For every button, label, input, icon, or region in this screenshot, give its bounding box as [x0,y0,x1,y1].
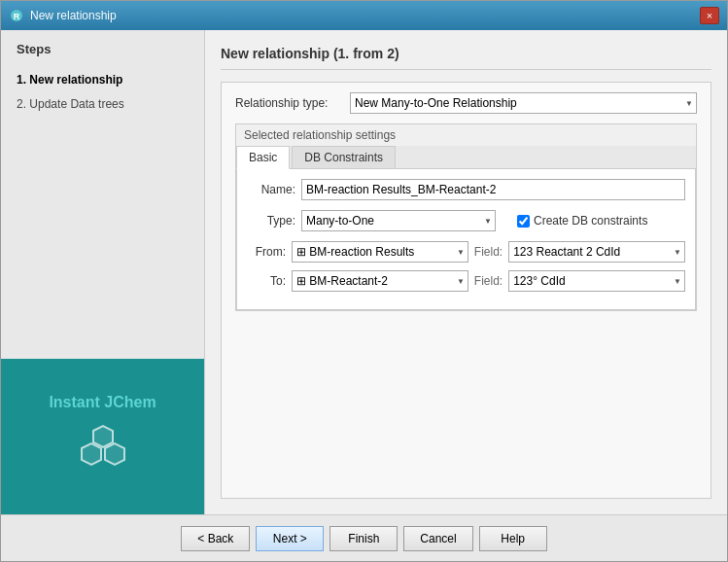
form-section: Relationship type: New Many-to-One Relat… [221,82,711,499]
step-item-1: 1. New relationship [9,68,196,92]
main-title: New relationship (1. from 2) [221,46,711,70]
brand-text: Instant JChem [49,394,156,411]
svg-text:R: R [14,12,20,21]
step-item-2: 2. Update Data trees [9,92,196,117]
step-label-2: Update Data trees [29,97,123,111]
step-number-2: 2. [17,97,26,111]
to-table-dropdown[interactable]: ⊞ BM-Reactant-2 [292,270,468,292]
relationship-type-dropdown[interactable]: New Many-to-One Relationship [350,92,697,114]
dialog-window: R New relationship × Steps 1. New relati… [0,0,728,562]
create-db-label: Create DB constraints [534,214,647,228]
from-label: From: [247,245,286,259]
main-panel: New relationship (1. from 2) Relationshi… [205,30,727,514]
type-label: Type: [247,214,295,228]
create-db-row: Create DB constraints [517,214,647,228]
relationship-type-row: Relationship type: New Many-to-One Relat… [235,92,697,114]
tab-content-basic: Name: Type: Many-to-One [236,169,696,310]
from-row: From: ⊞ BM-reaction Results Field: 123 R… [247,241,685,263]
from-field-dropdown[interactable]: 123 Reactant 2 CdId [508,241,685,263]
next-button[interactable]: Next > [256,526,324,551]
field-label-from: Field: [474,245,503,259]
footer: < Back Next > Finish Cancel Help [1,514,727,561]
from-table-select[interactable]: ⊞ BM-reaction Results [292,241,468,263]
title-bar: R New relationship × [1,1,727,30]
field-label-to: Field: [474,274,503,288]
to-label: To: [247,274,286,288]
back-button[interactable]: < Back [181,526,250,551]
title-bar-left: R New relationship [9,8,117,23]
svg-marker-2 [93,426,113,447]
relationship-type-label: Relationship type: [235,96,342,110]
window-icon: R [9,8,24,23]
from-field-select[interactable]: 123 Reactant 2 CdId [508,241,685,263]
type-dropdown[interactable]: Many-to-One [301,210,496,231]
settings-group: Selected relationship settings Basic DB … [235,123,697,311]
content-area: Steps 1. New relationship 2. Update Data… [1,30,727,514]
svg-marker-3 [82,443,101,465]
name-row: Name: [247,179,685,200]
sidebar-bottom: Instant JChem [1,359,204,514]
from-table-dropdown[interactable]: ⊞ BM-reaction Results [292,241,468,263]
tabs-row: Basic DB Constraints [236,146,696,169]
svg-marker-4 [105,443,124,465]
to-row: To: ⊞ BM-Reactant-2 Field: 123° CdId [247,270,685,292]
steps-list: 1. New relationship 2. Update Data trees [1,64,204,359]
step-number-1: 1. [17,73,26,87]
to-field-select[interactable]: 123° CdId [508,270,685,292]
to-field-dropdown[interactable]: 123° CdId [508,270,685,292]
finish-button[interactable]: Finish [329,526,398,551]
settings-group-label: Selected relationship settings [236,124,696,146]
name-input[interactable] [301,179,685,200]
close-button[interactable]: × [700,7,719,24]
type-select[interactable]: Many-to-One [301,210,496,231]
tab-db-constraints[interactable]: DB Constraints [292,146,396,168]
sidebar: Steps 1. New relationship 2. Update Data… [1,30,205,514]
help-button[interactable]: Help [479,526,547,551]
name-label: Name: [247,183,295,196]
step-label-1: New relationship [29,73,122,87]
to-table-select[interactable]: ⊞ BM-Reactant-2 [292,270,468,292]
steps-header: Steps [1,30,204,64]
type-row: Type: Many-to-One Create DB constraints [247,210,685,231]
create-db-checkbox[interactable] [517,215,530,228]
brand-icon [74,421,132,479]
relationship-type-select[interactable]: New Many-to-One Relationship [350,92,697,114]
window-title: New relationship [30,9,117,22]
cancel-button[interactable]: Cancel [403,526,472,551]
tab-basic[interactable]: Basic [236,146,290,169]
